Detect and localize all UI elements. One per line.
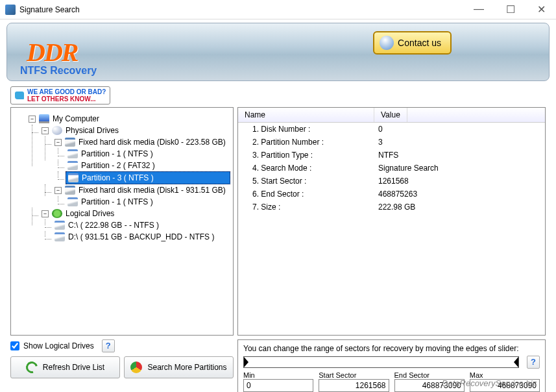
show-logical-label: Show Logical Drives (23, 341, 94, 350)
ico-disk-icon (65, 138, 75, 147)
app-subtitle: NTFS Recovery (20, 65, 97, 77)
property-value: NTFS (374, 151, 398, 160)
slider-hint: You can change the range of sectors for … (243, 344, 540, 353)
search-more-partitions-button[interactable]: Search More Partitions (124, 356, 234, 378)
property-row: 1. Disk Number : 0 (238, 123, 545, 136)
feedback-chip[interactable]: WE ARE GOOD OR BAD? LET OTHERS KNOW... (10, 86, 110, 104)
ico-part-icon (54, 221, 65, 230)
min-label: Min (243, 371, 313, 379)
sector-range-panel: You can change the range of sectors for … (237, 339, 546, 392)
property-name: 1. Disk Number : (238, 125, 374, 134)
app-header: DDR Contact us NTFS Recovery (6, 23, 550, 81)
max-input[interactable] (470, 379, 540, 392)
contact-avatar-icon (380, 36, 394, 50)
tree-logical-0[interactable]: C:\ ( 222.98 GB - - NTFS ) (53, 219, 230, 231)
maximize-button[interactable]: ☐ (501, 3, 520, 16)
tree-toggle[interactable]: − (54, 139, 62, 146)
end-sector-label: End Sector (394, 371, 465, 379)
window-title: Signature Search (19, 5, 468, 14)
tree-toggle[interactable]: − (42, 210, 49, 217)
property-name: 4. Search Mode : (238, 164, 374, 173)
tree-toggle[interactable]: − (29, 116, 36, 123)
property-row: 4. Search Mode : Signature Search (238, 162, 545, 175)
app-icon (5, 5, 16, 15)
ico-part-icon (68, 173, 79, 182)
tree-partition-0-0[interactable]: Partition - 1 ( NTFS ) (66, 148, 230, 160)
refresh-drive-list-button[interactable]: Refresh Drive List (10, 356, 120, 378)
ico-part-icon (67, 197, 78, 206)
property-value: 1261568 (374, 177, 409, 186)
tree-my-computer[interactable]: − My Computer (27, 113, 230, 125)
property-value: 0 (374, 125, 383, 134)
property-value: Signature Search (374, 164, 439, 173)
start-sector-input[interactable] (319, 379, 389, 392)
tree-label: Fixed hard disk media (Disk1 - 931.51 GB… (79, 186, 226, 195)
slider-handle-left[interactable] (244, 357, 248, 367)
property-name: 6. End Sector : (238, 190, 374, 199)
tree-logical-1[interactable]: D:\ ( 931.51 GB - BACKUP_HDD - NTFS ) (53, 231, 230, 243)
contact-label: Contact us (398, 38, 441, 48)
tree-label: My Computer (53, 114, 99, 123)
show-logical-checkbox[interactable] (10, 341, 19, 350)
tree-physical-drives[interactable]: − Physical Drives (40, 125, 230, 136)
tree-label: Partition - 3 ( NTFS ) (82, 173, 154, 182)
tree-toggle[interactable]: − (42, 127, 49, 134)
tree-toggle[interactable]: − (54, 187, 62, 194)
tree-label: C:\ ( 222.98 GB - - NTFS ) (68, 221, 159, 230)
ico-part-icon (67, 161, 78, 170)
minimize-button[interactable]: — (468, 3, 489, 16)
start-sector-label: Start Sector (319, 371, 389, 379)
pie-icon (130, 361, 142, 373)
tree-partition-0-1[interactable]: Partition - 2 ( FAT32 ) (66, 160, 230, 171)
ico-logical-icon (52, 209, 62, 218)
tree-label: D:\ ( 931.51 GB - BACKUP_HDD - NTFS ) (68, 232, 214, 241)
feedback-line1: WE ARE GOOD OR BAD? (27, 88, 106, 95)
property-name: 5. Start Sector : (238, 177, 374, 186)
property-row: 2. Partition Number : 3 (238, 136, 545, 149)
tree-partition-1-0[interactable]: Partition - 1 ( NTFS ) (66, 196, 230, 208)
logo: DDR (27, 37, 77, 67)
col-header-name[interactable]: Name (238, 108, 374, 122)
ico-part-icon (67, 149, 78, 158)
min-input[interactable] (243, 379, 313, 392)
property-name: 3. Partition Type : (238, 151, 374, 160)
tree-disk-0[interactable]: − Fixed hard disk media (Disk0 - 223.58 … (53, 136, 230, 148)
property-value: 468875263 (374, 190, 417, 199)
refresh-icon (24, 360, 40, 376)
refresh-label: Refresh Drive List (43, 363, 104, 372)
tree-label: Partition - 2 ( FAT32 ) (81, 161, 155, 170)
ico-computer-icon (39, 114, 49, 123)
contact-us-button[interactable]: Contact us (373, 31, 452, 55)
end-sector-input[interactable] (394, 379, 465, 392)
tree-label: Physical Drives (66, 126, 119, 135)
drive-tree-panel: − My Computer − Physical Drives − Fixed … (10, 107, 234, 336)
tree-partition-0-2[interactable]: Partition - 3 ( NTFS ) (66, 171, 230, 184)
slider-handle-right[interactable] (514, 357, 518, 367)
ico-part-icon (54, 232, 65, 241)
property-row: 3. Partition Type : NTFS (238, 149, 545, 162)
feedback-line2: LET OTHERS KNOW... (27, 95, 106, 103)
property-name: 2. Partition Number : (238, 138, 374, 147)
property-value: 3 (374, 138, 383, 147)
tree-disk-1[interactable]: − Fixed hard disk media (Disk1 - 931.51 … (53, 184, 230, 196)
tree-label: Fixed hard disk media (Disk0 - 223.58 GB… (79, 138, 226, 147)
col-header-value[interactable]: Value (374, 108, 407, 122)
ico-drives-icon (52, 126, 62, 135)
tree-label: Logical Drives (66, 209, 114, 218)
property-value: 222.98 GB (374, 202, 415, 212)
sector-slider[interactable] (243, 356, 519, 368)
ico-disk-icon (65, 186, 75, 195)
properties-panel: Name Value 1. Disk Number : 0 2. Partiti… (237, 107, 546, 336)
property-row: 6. End Sector : 468875263 (238, 188, 545, 201)
close-button[interactable]: ✕ (532, 3, 551, 16)
window-titlebar: Signature Search — ☐ ✕ (0, 0, 556, 19)
tree-label: Partition - 1 ( NTFS ) (81, 197, 153, 206)
tree-logical-drives[interactable]: − Logical Drives (40, 208, 230, 219)
help-button[interactable]: ? (102, 339, 115, 352)
thumbs-up-icon (15, 92, 24, 99)
feedback-bar: WE ARE GOOD OR BAD? LET OTHERS KNOW... (10, 86, 546, 104)
tree-label: Partition - 1 ( NTFS ) (81, 149, 153, 158)
max-label: Max (470, 371, 540, 379)
property-row: 5. Start Sector : 1261568 (238, 175, 545, 188)
slider-help-button[interactable]: ? (527, 356, 540, 369)
